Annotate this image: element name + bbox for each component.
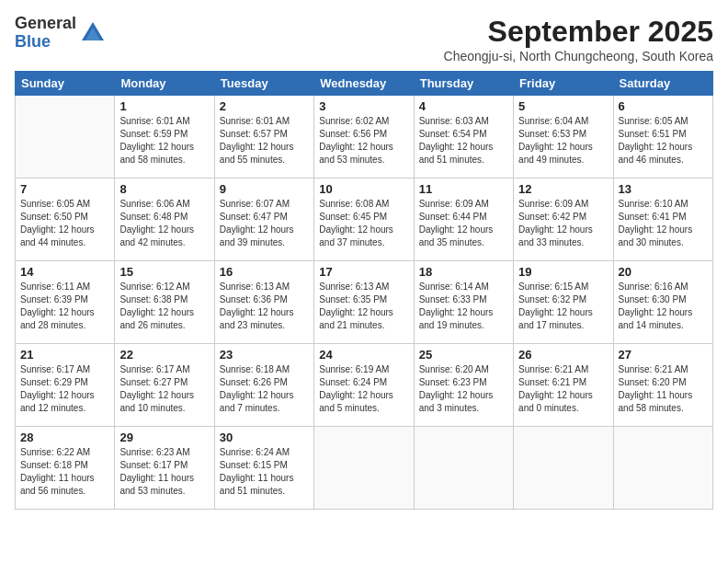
day-number: 15	[119, 265, 209, 279]
calendar-cell: 15Sunrise: 6:12 AM Sunset: 6:38 PM Dayli…	[115, 261, 214, 344]
day-info: Sunrise: 6:17 AM Sunset: 6:27 PM Dayligh…	[119, 363, 209, 415]
calendar-cell: 22Sunrise: 6:17 AM Sunset: 6:27 PM Dayli…	[115, 344, 214, 427]
day-info: Sunrise: 6:05 AM Sunset: 6:50 PM Dayligh…	[20, 198, 109, 249]
page-header: General Blue September 2025 Cheongju-si,…	[15, 15, 713, 63]
calendar-cell: 3Sunrise: 6:02 AM Sunset: 6:56 PM Daylig…	[314, 96, 414, 178]
day-info: Sunrise: 6:03 AM Sunset: 6:54 PM Dayligh…	[419, 115, 508, 167]
calendar-week-row: 7Sunrise: 6:05 AM Sunset: 6:50 PM Daylig…	[16, 178, 713, 261]
calendar-cell: 30Sunrise: 6:24 AM Sunset: 6:15 PM Dayli…	[214, 427, 313, 510]
day-info: Sunrise: 6:09 AM Sunset: 6:42 PM Dayligh…	[518, 198, 608, 249]
calendar-cell: 16Sunrise: 6:13 AM Sunset: 6:36 PM Dayli…	[214, 261, 313, 344]
day-number: 26	[518, 348, 608, 362]
day-info: Sunrise: 6:04 AM Sunset: 6:53 PM Dayligh…	[518, 115, 608, 167]
calendar-cell	[16, 96, 115, 178]
weekday-header-saturday: Saturday	[613, 72, 712, 96]
calendar-cell: 26Sunrise: 6:21 AM Sunset: 6:21 PM Dayli…	[514, 344, 613, 427]
weekday-header-monday: Monday	[115, 72, 214, 96]
calendar-cell: 21Sunrise: 6:17 AM Sunset: 6:29 PM Dayli…	[16, 344, 115, 427]
day-number: 14	[20, 265, 109, 279]
title-section: September 2025 Cheongju-si, North Chungc…	[444, 15, 713, 63]
calendar-cell: 8Sunrise: 6:06 AM Sunset: 6:48 PM Daylig…	[115, 178, 214, 261]
logo-icon	[80, 20, 106, 46]
day-info: Sunrise: 6:23 AM Sunset: 6:17 PM Dayligh…	[119, 446, 209, 498]
calendar-cell: 20Sunrise: 6:16 AM Sunset: 6:30 PM Dayli…	[613, 261, 712, 344]
day-number: 22	[119, 348, 209, 362]
day-info: Sunrise: 6:12 AM Sunset: 6:38 PM Dayligh…	[119, 281, 209, 332]
calendar-cell	[314, 427, 414, 510]
day-number: 3	[319, 99, 408, 113]
day-number: 12	[518, 182, 608, 196]
day-number: 5	[518, 99, 608, 113]
day-info: Sunrise: 6:13 AM Sunset: 6:36 PM Dayligh…	[220, 281, 309, 332]
calendar-cell: 2Sunrise: 6:01 AM Sunset: 6:57 PM Daylig…	[214, 96, 313, 178]
day-info: Sunrise: 6:16 AM Sunset: 6:30 PM Dayligh…	[619, 281, 708, 332]
weekday-header-sunday: Sunday	[16, 72, 115, 96]
month-title: September 2025	[444, 15, 713, 49]
calendar-cell: 23Sunrise: 6:18 AM Sunset: 6:26 PM Dayli…	[214, 344, 313, 427]
calendar-cell: 13Sunrise: 6:10 AM Sunset: 6:41 PM Dayli…	[613, 178, 712, 261]
day-number: 11	[419, 182, 508, 196]
day-number: 20	[619, 265, 708, 279]
weekday-header-thursday: Thursday	[414, 72, 513, 96]
day-info: Sunrise: 6:19 AM Sunset: 6:24 PM Dayligh…	[319, 363, 408, 415]
day-number: 4	[419, 99, 508, 113]
calendar-cell: 28Sunrise: 6:22 AM Sunset: 6:18 PM Dayli…	[16, 427, 115, 510]
calendar-cell: 27Sunrise: 6:21 AM Sunset: 6:20 PM Dayli…	[613, 344, 712, 427]
day-info: Sunrise: 6:01 AM Sunset: 6:57 PM Dayligh…	[220, 115, 309, 167]
day-info: Sunrise: 6:21 AM Sunset: 6:21 PM Dayligh…	[518, 363, 608, 415]
day-number: 19	[518, 265, 608, 279]
calendar-cell: 9Sunrise: 6:07 AM Sunset: 6:47 PM Daylig…	[214, 178, 313, 261]
day-number: 9	[220, 182, 309, 196]
day-number: 21	[20, 348, 109, 362]
day-number: 27	[619, 348, 708, 362]
logo: General Blue	[15, 15, 106, 52]
logo-blue: Blue	[15, 33, 76, 52]
calendar-cell	[414, 427, 513, 510]
day-info: Sunrise: 6:02 AM Sunset: 6:56 PM Dayligh…	[319, 115, 408, 167]
calendar-cell: 18Sunrise: 6:14 AM Sunset: 6:33 PM Dayli…	[414, 261, 513, 344]
calendar-week-row: 28Sunrise: 6:22 AM Sunset: 6:18 PM Dayli…	[16, 427, 713, 510]
calendar-cell	[514, 427, 613, 510]
day-info: Sunrise: 6:06 AM Sunset: 6:48 PM Dayligh…	[119, 198, 209, 249]
logo-general: General	[15, 15, 76, 33]
day-number: 16	[220, 265, 309, 279]
day-number: 30	[220, 431, 309, 444]
day-info: Sunrise: 6:05 AM Sunset: 6:51 PM Dayligh…	[619, 115, 708, 167]
calendar-cell: 29Sunrise: 6:23 AM Sunset: 6:17 PM Dayli…	[115, 427, 214, 510]
day-info: Sunrise: 6:13 AM Sunset: 6:35 PM Dayligh…	[319, 281, 408, 332]
day-info: Sunrise: 6:09 AM Sunset: 6:44 PM Dayligh…	[419, 198, 508, 249]
day-number: 2	[220, 99, 309, 113]
calendar-cell: 24Sunrise: 6:19 AM Sunset: 6:24 PM Dayli…	[314, 344, 414, 427]
day-number: 23	[220, 348, 309, 362]
calendar-cell: 1Sunrise: 6:01 AM Sunset: 6:59 PM Daylig…	[115, 96, 214, 178]
calendar-cell: 10Sunrise: 6:08 AM Sunset: 6:45 PM Dayli…	[314, 178, 414, 261]
day-number: 18	[419, 265, 508, 279]
day-info: Sunrise: 6:14 AM Sunset: 6:33 PM Dayligh…	[419, 281, 508, 332]
day-info: Sunrise: 6:15 AM Sunset: 6:32 PM Dayligh…	[518, 281, 608, 332]
calendar-cell	[613, 427, 712, 510]
day-info: Sunrise: 6:24 AM Sunset: 6:15 PM Dayligh…	[220, 446, 309, 498]
day-number: 13	[619, 182, 708, 196]
calendar-cell: 5Sunrise: 6:04 AM Sunset: 6:53 PM Daylig…	[514, 96, 613, 178]
day-info: Sunrise: 6:21 AM Sunset: 6:20 PM Dayligh…	[619, 363, 708, 415]
day-info: Sunrise: 6:10 AM Sunset: 6:41 PM Dayligh…	[619, 198, 708, 249]
day-number: 28	[20, 431, 109, 444]
weekday-header-tuesday: Tuesday	[214, 72, 313, 96]
weekday-header-friday: Friday	[514, 72, 613, 96]
calendar-week-row: 14Sunrise: 6:11 AM Sunset: 6:39 PM Dayli…	[16, 261, 713, 344]
day-info: Sunrise: 6:18 AM Sunset: 6:26 PM Dayligh…	[220, 363, 309, 415]
calendar-week-row: 21Sunrise: 6:17 AM Sunset: 6:29 PM Dayli…	[16, 344, 713, 427]
day-info: Sunrise: 6:01 AM Sunset: 6:59 PM Dayligh…	[119, 115, 209, 167]
day-number: 8	[119, 182, 209, 196]
day-number: 1	[119, 99, 209, 113]
calendar-cell: 14Sunrise: 6:11 AM Sunset: 6:39 PM Dayli…	[16, 261, 115, 344]
calendar-cell: 11Sunrise: 6:09 AM Sunset: 6:44 PM Dayli…	[414, 178, 513, 261]
calendar-cell: 7Sunrise: 6:05 AM Sunset: 6:50 PM Daylig…	[16, 178, 115, 261]
calendar-cell: 17Sunrise: 6:13 AM Sunset: 6:35 PM Dayli…	[314, 261, 414, 344]
calendar-week-row: 1Sunrise: 6:01 AM Sunset: 6:59 PM Daylig…	[16, 96, 713, 178]
calendar-cell: 4Sunrise: 6:03 AM Sunset: 6:54 PM Daylig…	[414, 96, 513, 178]
day-number: 25	[419, 348, 508, 362]
calendar-cell: 6Sunrise: 6:05 AM Sunset: 6:51 PM Daylig…	[613, 96, 712, 178]
day-number: 17	[319, 265, 408, 279]
day-number: 6	[619, 99, 708, 113]
